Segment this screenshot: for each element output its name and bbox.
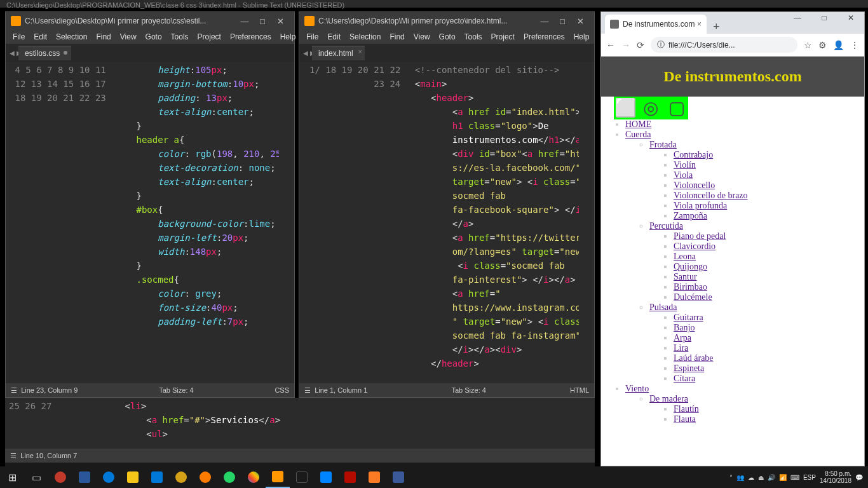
- code-editor[interactable]: 1/ 18 19 20 21 22 23 24 <!--contenedor d…: [299, 62, 594, 383]
- status-tab-size[interactable]: Tab Size: 4: [451, 386, 485, 394]
- new-tab-button[interactable]: +: [707, 20, 726, 34]
- nav-link[interactable]: Lira: [674, 343, 688, 353]
- taskbar-app[interactable]: [193, 466, 217, 488]
- nav-link[interactable]: Quijongo: [674, 262, 707, 271]
- code-editor[interactable]: 25 26 27 <li> <a href="#">Servicios</a> …: [5, 398, 595, 449]
- nav-link[interactable]: Santur: [674, 272, 697, 281]
- menu-help[interactable]: Help: [276, 32, 301, 41]
- menu-project[interactable]: Project: [193, 32, 226, 41]
- taskbar-app[interactable]: [386, 466, 410, 488]
- page-title[interactable]: De instrumentos.com: [601, 68, 864, 85]
- menu-goto[interactable]: Goto: [435, 32, 460, 41]
- tray-wifi-icon[interactable]: 📶: [779, 474, 787, 481]
- chrome-tab[interactable]: De instrumentos.com ×: [605, 15, 707, 34]
- nav-link[interactable]: Zampoña: [674, 211, 707, 220]
- extensions-button[interactable]: ⚙: [818, 40, 827, 50]
- taskbar-app[interactable]: [290, 466, 314, 488]
- menu-view[interactable]: View: [116, 32, 141, 41]
- status-tab-size[interactable]: Tab Size: 4: [159, 386, 193, 394]
- tab-close-icon[interactable]: ×: [697, 20, 702, 29]
- tray-keyboard-icon[interactable]: ⌨: [790, 474, 799, 481]
- reload-button[interactable]: ⟳: [637, 40, 644, 50]
- minimize-button[interactable]: —: [236, 17, 254, 26]
- menu-help[interactable]: Help: [569, 32, 594, 41]
- status-syntax[interactable]: CSS: [275, 386, 289, 394]
- taskbar-app[interactable]: [338, 466, 362, 488]
- close-button[interactable]: ✕: [571, 17, 589, 26]
- tab-close-icon[interactable]: ×: [358, 48, 362, 55]
- close-button[interactable]: ✕: [837, 12, 864, 25]
- menu-button[interactable]: ⋮: [850, 40, 859, 50]
- nav-link[interactable]: Banjo: [674, 323, 695, 332]
- menu-view[interactable]: View: [409, 32, 435, 41]
- code-editor[interactable]: 4 5 6 7 8 9 10 11 12 13 14 15 16 17 18 1…: [6, 62, 294, 383]
- tray-up-icon[interactable]: ˄: [729, 474, 733, 481]
- close-button[interactable]: ✕: [271, 17, 289, 26]
- nav-link[interactable]: Flauta: [674, 414, 696, 424]
- minimap[interactable]: [279, 62, 294, 383]
- taskbar-app[interactable]: [145, 466, 169, 488]
- maximize-button[interactable]: □: [254, 17, 271, 26]
- taskbar-app[interactable]: [241, 466, 266, 488]
- code-text[interactable]: <li> <a href="#">Servicios</a> <ul>: [58, 398, 283, 449]
- pinterest-icon[interactable]: ◎: [639, 97, 662, 119]
- taskbar-app[interactable]: [121, 466, 145, 488]
- menu-project[interactable]: Project: [487, 32, 519, 41]
- nav-link[interactable]: Pulsada: [649, 302, 677, 312]
- nav-link[interactable]: Violoncello: [674, 180, 715, 190]
- status-burger-icon[interactable]: ☰: [11, 386, 17, 395]
- clock[interactable]: 8:50 p.m. 14/10/2018: [820, 470, 851, 484]
- menu-edit[interactable]: Edit: [323, 32, 345, 41]
- nav-link[interactable]: De madera: [649, 394, 688, 403]
- status-burger-icon[interactable]: ☰: [304, 386, 311, 395]
- menu-file[interactable]: File: [8, 32, 29, 41]
- start-button[interactable]: ⊞: [0, 466, 24, 488]
- window-titlebar[interactable]: C:\Users\diego\Desktop\Mi primer proyect…: [6, 12, 294, 30]
- nav-link[interactable]: Frotada: [649, 140, 677, 149]
- taskbar-app[interactable]: [169, 466, 193, 488]
- maximize-button[interactable]: □: [811, 12, 837, 25]
- tab-index-html[interactable]: index.html×: [312, 46, 365, 60]
- tray-people-icon[interactable]: 👥: [736, 474, 744, 481]
- menu-goto[interactable]: Goto: [141, 32, 166, 41]
- nav-link[interactable]: Cítara: [674, 374, 695, 383]
- menu-find[interactable]: Find: [385, 32, 409, 41]
- nav-link[interactable]: Leona: [674, 252, 696, 261]
- nav-link[interactable]: Clavicordio: [674, 241, 715, 251]
- taskbar-sublime[interactable]: [266, 466, 290, 488]
- window-titlebar[interactable]: C:\Users\diego\Desktop\Mi primer proyect…: [299, 12, 594, 30]
- minimap[interactable]: [579, 62, 594, 383]
- nav-link[interactable]: Contrabajo: [674, 150, 713, 159]
- code-text[interactable]: height:105px; margin-bottom:10px; paddin…: [112, 62, 294, 383]
- menu-preferences[interactable]: Preferences: [519, 32, 569, 41]
- maximize-button[interactable]: □: [553, 17, 571, 26]
- taskbar-app[interactable]: [72, 466, 97, 488]
- taskbar-app[interactable]: [314, 466, 338, 488]
- menu-preferences[interactable]: Preferences: [226, 32, 276, 41]
- nav-link[interactable]: Dulcémele: [674, 292, 712, 302]
- menu-tools[interactable]: Tools: [166, 32, 193, 41]
- tray-lang[interactable]: ESP: [803, 474, 816, 481]
- task-view-button[interactable]: ▭: [24, 466, 48, 488]
- nav-link[interactable]: Flautín: [674, 404, 699, 414]
- tray-volume-icon[interactable]: 🔊: [768, 474, 775, 481]
- tray-notifications-icon[interactable]: 💬: [855, 474, 863, 481]
- taskbar-app[interactable]: [217, 466, 241, 488]
- nav-link[interactable]: Cuerda: [625, 130, 651, 139]
- nav-link[interactable]: Violín: [674, 160, 696, 170]
- back-button[interactable]: ←: [606, 40, 615, 50]
- minimize-button[interactable]: —: [536, 17, 553, 26]
- menu-selection[interactable]: Selection: [345, 32, 385, 41]
- nav-link[interactable]: Laúd árabe: [674, 353, 714, 363]
- status-burger-icon[interactable]: ☰: [10, 452, 17, 460]
- tab-estilos-css[interactable]: estilos.css: [18, 46, 71, 60]
- taskbar-app[interactable]: [48, 466, 72, 488]
- nav-link[interactable]: Guitarra: [674, 313, 703, 322]
- nav-link[interactable]: Arpa: [674, 333, 691, 342]
- status-syntax[interactable]: HTML: [570, 386, 589, 394]
- nav-link[interactable]: Piano de pedal: [674, 231, 726, 241]
- tray-eject-icon[interactable]: ⏏: [758, 474, 764, 481]
- menu-find[interactable]: Find: [92, 32, 115, 41]
- menu-file[interactable]: File: [302, 32, 323, 41]
- nav-link[interactable]: Viola profunda: [674, 201, 727, 210]
